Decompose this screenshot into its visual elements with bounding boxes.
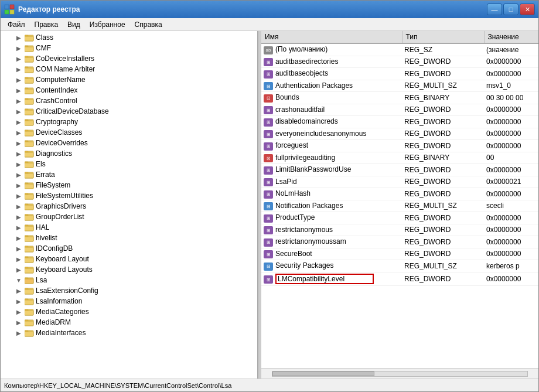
table-cell-name[interactable]: ⊟Notification Packages	[261, 200, 402, 212]
tree-item[interactable]: ▶ MediaInterfaces	[1, 328, 257, 338]
table-cell-name[interactable]: ⊞LimitBlankPasswordUse	[261, 164, 402, 176]
table-row[interactable]: ⊞ProductTypeREG_DWORD0x0000000	[261, 212, 538, 224]
close-button[interactable]: ✕	[520, 4, 535, 15]
tree-item[interactable]: ▶ GroupOrderList	[1, 212, 257, 222]
reg-name-label: crashonauditfail	[275, 105, 325, 114]
tree-item[interactable]: ▶ CoDeviceInstallers	[1, 53, 257, 64]
registry-tree[interactable]: ▶ Class▶ CMF▶ CoDeviceInstallers▶ COM Na…	[1, 31, 258, 379]
table-cell-name[interactable]: ⊞forceguest	[261, 140, 402, 152]
table-cell-name[interactable]: ⊡fullprivilegeauditing	[261, 152, 402, 164]
reg-name-label: (По умолчанию)	[275, 45, 328, 53]
table-row[interactable]: ⊟Notification PackagesREG_MULTI_SZscecli	[261, 200, 538, 212]
table-cell-name[interactable]: ab(По умолчанию)	[261, 43, 402, 56]
tree-item[interactable]: ▶ HAL	[1, 222, 257, 233]
table-cell-value: 0x0000000	[484, 212, 538, 224]
menu-favorites[interactable]: Избранное	[85, 19, 130, 30]
tree-item[interactable]: ▶ COM Name Arbiter	[1, 64, 257, 74]
table-cell-name[interactable]: ⊞everyoneincludesanonymous	[261, 128, 402, 140]
tree-item[interactable]: ▶ FileSystemUtilities	[1, 190, 257, 201]
svg-rect-63	[25, 237, 33, 241]
table-cell-name[interactable]: ⊞restrictanonymous	[261, 224, 402, 236]
table-row[interactable]: ab(По умолчанию)REG_SZ(значение	[261, 43, 538, 56]
column-header-name[interactable]: Имя	[261, 31, 402, 43]
table-cell-name[interactable]: ⊞ProductType	[261, 212, 402, 224]
table-row[interactable]: ⊞crashonauditfailREG_DWORD0x0000000	[261, 104, 538, 116]
table-row[interactable]: ⊞SecureBootREG_DWORD0x0000000	[261, 248, 538, 260]
table-cell-name[interactable]: ⊟Security Packages	[261, 260, 402, 272]
horizontal-scrollbar[interactable]	[261, 368, 538, 379]
table-row[interactable]: ⊞restrictanonymousREG_DWORD0x0000000	[261, 224, 538, 236]
tree-item[interactable]: ▶ hivelist	[1, 233, 257, 243]
menu-edit[interactable]: Правка	[30, 19, 63, 30]
table-row[interactable]: ⊞everyoneincludesanonymousREG_DWORD0x000…	[261, 128, 538, 140]
table-cell-name[interactable]: ⊞	[261, 272, 402, 285]
tree-item[interactable]: ▶ FileSystem	[1, 180, 257, 190]
tree-item-label: ComputerName	[36, 76, 86, 84]
tree-item[interactable]: ▶ DeviceClasses	[1, 127, 257, 138]
table-row[interactable]: ⊞restrictanonymoussamREG_DWORD0x0000000	[261, 236, 538, 248]
tree-item[interactable]: ▶ CMF	[1, 43, 257, 53]
svg-rect-15	[25, 68, 33, 73]
menu-file[interactable]: Файл	[3, 19, 30, 30]
folder-icon	[25, 139, 34, 147]
table-cell-name[interactable]: ⊞auditbasedirectories	[261, 56, 402, 68]
table-row[interactable]: ⊟Authentication PackagesREG_MULTI_SZmsv1…	[261, 80, 538, 92]
tree-item[interactable]: ▶ MediaDRM	[1, 317, 257, 328]
tree-item-label: CrashControl	[36, 97, 77, 105]
tree-item[interactable]: ▶ MediaCategories	[1, 306, 257, 317]
table-cell-name[interactable]: ⊞disabledomaincreds	[261, 116, 402, 128]
table-row[interactable]: ⊞LsaPidREG_DWORD0x0000021	[261, 176, 538, 188]
tree-item[interactable]: ▶ Els	[1, 159, 257, 169]
table-cell-name[interactable]: ⊡Bounds	[261, 92, 402, 104]
table-row[interactable]: ⊡BoundsREG_BINARY00 30 00 00	[261, 92, 538, 104]
folder-icon	[25, 287, 34, 295]
tree-item[interactable]: ▶ DeviceOverrides	[1, 138, 257, 148]
maximize-button[interactable]: □	[503, 4, 518, 15]
folder-icon	[25, 202, 34, 210]
tree-item[interactable]: ▶ Keyboard Layouts	[1, 264, 257, 275]
menu-help[interactable]: Справка	[130, 19, 167, 30]
table-cell-name[interactable]: ⊞auditbaseobjects	[261, 68, 402, 80]
tree-item[interactable]: ▶ CrashControl	[1, 96, 257, 106]
table-row[interactable]: ⊞forceguestREG_DWORD0x0000000	[261, 140, 538, 152]
table-cell-name[interactable]: ⊞restrictanonymoussam	[261, 236, 402, 248]
tree-item[interactable]: ▶ GraphicsDrivers	[1, 201, 257, 212]
tree-item[interactable]: ▶ ComputerName	[1, 74, 257, 85]
folder-icon	[25, 234, 34, 242]
folder-icon	[25, 118, 34, 126]
table-row[interactable]: ⊞LimitBlankPasswordUseREG_DWORD0x0000000	[261, 164, 538, 176]
reg-type-icon: ⊡	[264, 154, 273, 162]
table-row[interactable]: ⊞auditbaseobjectsREG_DWORD0x0000000	[261, 68, 538, 80]
tree-item[interactable]: ▶ LsaInformation	[1, 296, 257, 306]
table-cell-name[interactable]: ⊞NoLmHash	[261, 188, 402, 200]
table-cell-value: msv1_0	[484, 80, 538, 92]
table-row[interactable]: ⊞NoLmHashREG_DWORD0x0000000	[261, 188, 538, 200]
table-cell-name[interactable]: ⊟Authentication Packages	[261, 80, 402, 92]
tree-item[interactable]: ▶ Class	[1, 32, 257, 43]
tree-item[interactable]: ▶ Errata	[1, 169, 257, 180]
column-header-value[interactable]: Значение	[484, 31, 538, 43]
tree-item[interactable]: ▶ Keyboard Layout	[1, 254, 257, 264]
table-cell-name[interactable]: ⊞crashonauditfail	[261, 104, 402, 116]
tree-item[interactable]: ▶ CriticalDeviceDatabase	[1, 106, 257, 117]
table-row[interactable]: ⊞auditbasedirectoriesREG_DWORD0x0000000	[261, 56, 538, 68]
registry-table[interactable]: Имя Тип Значение ab(По умолчанию)REG_SZ(…	[261, 31, 538, 368]
table-row[interactable]: ⊞REG_DWORD0x0000000	[261, 272, 538, 285]
table-cell-name[interactable]: ⊞SecureBoot	[261, 248, 402, 260]
reg-name-label: Authentication Packages	[275, 81, 353, 90]
table-row[interactable]: ⊞disabledomaincredsREG_DWORD0x0000000	[261, 116, 538, 128]
tree-item[interactable]: ▼ Lsa	[1, 275, 257, 285]
tree-item[interactable]: ▶ Cryptography	[1, 117, 257, 127]
tree-item[interactable]: ▶ IDConfigDB	[1, 243, 257, 254]
tree-item[interactable]: ▶ Diagnostics	[1, 148, 257, 159]
tree-item[interactable]: ▶ ContentIndex	[1, 85, 257, 96]
menu-view[interactable]: Вид	[63, 19, 85, 30]
table-cell-name[interactable]: ⊞LsaPid	[261, 176, 402, 188]
minimize-button[interactable]: —	[487, 4, 502, 15]
table-cell-value: 0x0000000	[484, 248, 538, 260]
tree-item[interactable]: ▶ LsaExtensionConfig	[1, 285, 257, 296]
table-row[interactable]: ⊟Security PackagesREG_MULTI_SZkerberos p	[261, 260, 538, 272]
table-row[interactable]: ⊡fullprivilegeauditingREG_BINARY00	[261, 152, 538, 164]
column-header-type[interactable]: Тип	[402, 31, 484, 43]
registry-name-input[interactable]	[278, 275, 371, 283]
